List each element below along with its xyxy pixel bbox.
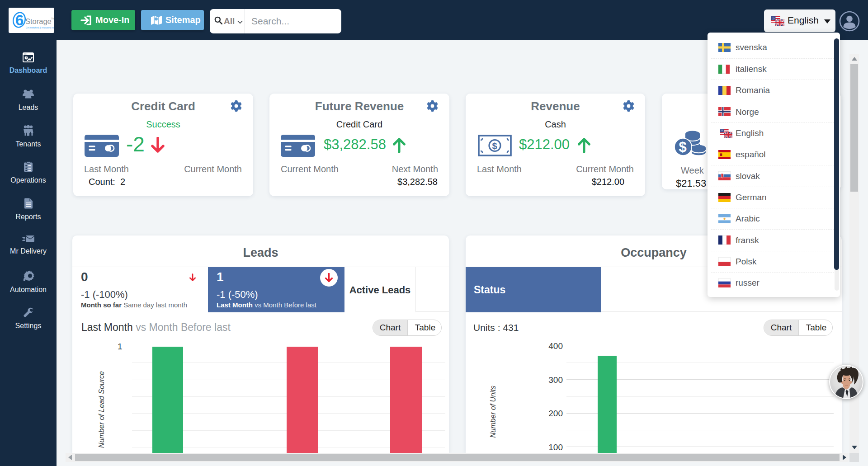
svg-text:TM: TM	[51, 17, 54, 20]
svg-text:$: $	[492, 141, 497, 151]
svg-text:$: $	[679, 139, 687, 155]
svg-text:Storage: Storage	[25, 17, 52, 25]
svg-text:6: 6	[15, 12, 24, 28]
svg-text:Get switched & relocated now: Get switched & relocated now	[26, 26, 54, 29]
